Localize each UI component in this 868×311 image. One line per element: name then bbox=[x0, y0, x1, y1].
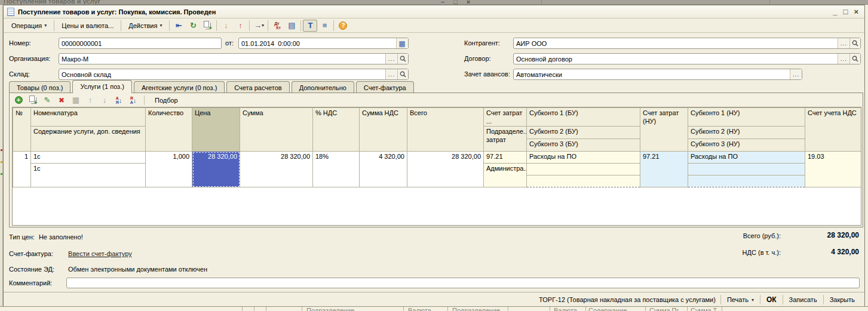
copy-document-button[interactable]: + bbox=[200, 20, 214, 32]
cell-service-content[interactable]: 1с bbox=[31, 164, 146, 187]
select-ellipsis-button[interactable]: ... bbox=[838, 54, 849, 64]
date-field[interactable]: ▦ bbox=[238, 38, 409, 49]
help-button[interactable]: ? bbox=[336, 20, 350, 32]
cell-vat-pct[interactable]: 18% bbox=[313, 152, 360, 187]
cell-vat-account[interactable]: 19.03 bbox=[805, 152, 862, 187]
col-header-cost-department[interactable]: Подразделе... затрат bbox=[484, 127, 527, 152]
copy-row-button[interactable]: + bbox=[27, 96, 38, 105]
show-postings-button[interactable]: Дт Кт bbox=[270, 20, 284, 32]
cell-nomenclature[interactable]: 1с bbox=[31, 152, 146, 164]
col-header-subconto1-nu[interactable]: Субконто 1 (НУ) bbox=[688, 108, 805, 127]
items-grid-container[interactable]: № Номенклатура Количество Цена Сумма % Н… bbox=[12, 107, 861, 226]
goto-button[interactable]: → ▾ bbox=[251, 20, 266, 32]
cell-cost-department[interactable]: Администра... bbox=[484, 164, 527, 187]
advance-field[interactable]: ... bbox=[513, 69, 802, 80]
sort-descending-button[interactable]: ЯА ↓ bbox=[128, 96, 139, 105]
col-header-subconto3-bu[interactable]: Субконто 3 (БУ) bbox=[527, 139, 640, 152]
select-ellipsis-button[interactable]: ... bbox=[385, 69, 397, 79]
actions-menu-button[interactable]: Действия ▾ bbox=[123, 20, 167, 32]
select-ellipsis-button[interactable]: ... bbox=[790, 69, 802, 79]
post-and-close-button[interactable]: ⇤ bbox=[171, 20, 186, 32]
cell-price-selected[interactable]: 28 320,00 bbox=[192, 152, 240, 187]
search-icon[interactable] bbox=[849, 54, 860, 64]
list-settings-button[interactable]: ≡ bbox=[317, 20, 332, 32]
number-field[interactable] bbox=[59, 38, 222, 49]
col-header-price[interactable]: Цена bbox=[192, 108, 240, 152]
cell-qty[interactable]: 1,000 bbox=[146, 152, 192, 187]
cell-subconto2-bu[interactable] bbox=[527, 164, 640, 175]
print-button[interactable]: Печать ▾ bbox=[721, 294, 760, 305]
search-icon[interactable] bbox=[397, 69, 408, 79]
add-row-button[interactable]: + bbox=[13, 96, 24, 105]
cell-cost-account-nu[interactable]: 97.21 bbox=[640, 152, 688, 187]
cell-subconto3-bu[interactable] bbox=[527, 175, 640, 187]
calendar-icon[interactable]: ▦ bbox=[396, 38, 408, 48]
tab-settlement-accounts[interactable]: Счета расчетов bbox=[226, 81, 289, 93]
close-button[interactable]: × bbox=[854, 8, 858, 16]
cell-subconto3-nu[interactable] bbox=[688, 175, 805, 187]
cell-num[interactable]: 1 bbox=[13, 152, 31, 187]
tab-agent-services[interactable]: Агентские услуги (0 поз.) bbox=[134, 81, 225, 93]
col-header-nomenclature[interactable]: Номенклатура bbox=[31, 108, 146, 127]
maximize-button[interactable]: □ bbox=[844, 8, 848, 16]
tab-services[interactable]: Услуги (1 поз.) bbox=[72, 80, 131, 93]
move-down-button[interactable]: ↓ bbox=[99, 96, 110, 105]
enter-invoice-link[interactable]: Ввести счет-фактуру bbox=[68, 250, 132, 257]
tab-goods[interactable]: Товары (0 поз.) bbox=[9, 81, 70, 93]
operation-menu-button[interactable]: Операция ▾ bbox=[6, 20, 52, 32]
repost-button[interactable]: ↻ bbox=[186, 20, 200, 32]
col-header-subconto3-nu[interactable]: Субконто 3 (НУ) bbox=[688, 139, 805, 152]
cell-total[interactable]: 28 320,00 bbox=[407, 152, 484, 187]
col-header-subconto1-bu[interactable]: Субконто 1 (БУ) bbox=[527, 108, 640, 127]
col-header-vat-sum[interactable]: Сумма НДС bbox=[360, 108, 407, 152]
warehouse-field[interactable]: ... bbox=[59, 69, 409, 80]
save-button[interactable]: Записать bbox=[783, 294, 823, 305]
postings-list-button[interactable]: ▤ bbox=[284, 20, 299, 32]
post-document-button[interactable]: ↓ bbox=[219, 20, 233, 32]
delete-row-button[interactable]: ✖ bbox=[56, 96, 67, 105]
sort-ascending-button[interactable]: АЯ ↓ bbox=[114, 96, 124, 105]
select-ellipsis-button[interactable]: ... bbox=[385, 54, 397, 64]
col-header-subconto2-bu[interactable]: Субконто 2 (БУ) bbox=[527, 127, 640, 139]
pick-button[interactable]: Подбор bbox=[150, 96, 183, 105]
col-header-cost-account-nu[interactable]: Счет затрат (НУ) bbox=[640, 108, 688, 152]
col-header-vat-account[interactable]: Счет учета НДС bbox=[805, 108, 862, 152]
contract-input[interactable] bbox=[514, 54, 838, 63]
col-header-cost-account[interactable]: Счет затрат ... bbox=[484, 108, 527, 127]
end-edit-button[interactable]: ▦ bbox=[70, 96, 81, 105]
prices-currency-button[interactable]: Цены и валюта... bbox=[56, 20, 119, 32]
unpost-document-button[interactable]: ↑ bbox=[233, 20, 247, 32]
date-input[interactable] bbox=[239, 39, 396, 48]
edit-row-button[interactable]: ✎ bbox=[42, 96, 53, 105]
select-ellipsis-button[interactable]: ... bbox=[838, 38, 849, 48]
document-structure-button[interactable]: Т bbox=[303, 20, 317, 32]
tab-additional[interactable]: Дополнительно bbox=[292, 81, 354, 93]
col-header-service-content[interactable]: Содержание услуги, доп. сведения bbox=[31, 127, 146, 152]
contractor-field[interactable]: ... bbox=[513, 38, 861, 49]
col-header-qty[interactable]: Количество bbox=[146, 108, 192, 152]
cell-sum[interactable]: 28 320,00 bbox=[240, 152, 313, 187]
cell-cost-account[interactable]: 97.21 bbox=[484, 152, 527, 164]
tab-invoice[interactable]: Счет-фактура bbox=[356, 81, 414, 93]
advance-input[interactable] bbox=[514, 70, 790, 79]
cell-vat-sum[interactable]: 4 320,00 bbox=[360, 152, 407, 187]
col-header-total[interactable]: Всего bbox=[407, 108, 484, 152]
cell-subconto2-nu[interactable] bbox=[688, 164, 805, 175]
number-input[interactable] bbox=[59, 39, 221, 48]
col-header-sum[interactable]: Сумма bbox=[240, 108, 313, 152]
comment-field[interactable] bbox=[66, 278, 860, 288]
search-icon[interactable] bbox=[849, 38, 860, 48]
search-icon[interactable] bbox=[397, 54, 408, 64]
col-header-num[interactable]: № bbox=[13, 108, 31, 152]
move-up-button[interactable]: ↑ bbox=[85, 96, 96, 105]
organization-field[interactable]: ... bbox=[59, 53, 409, 64]
col-header-subconto2-nu[interactable]: Субконто 2 (НУ) bbox=[688, 127, 805, 139]
organization-input[interactable] bbox=[59, 54, 385, 63]
minimize-button[interactable]: _ bbox=[833, 8, 837, 16]
col-header-vat-pct[interactable]: % НДС bbox=[313, 108, 360, 152]
contract-field[interactable]: ... bbox=[513, 53, 861, 64]
warehouse-input[interactable] bbox=[59, 70, 385, 79]
contractor-input[interactable] bbox=[514, 39, 838, 48]
cell-subconto1-bu[interactable]: Расходы на ПО bbox=[527, 152, 640, 164]
cell-subconto1-nu[interactable]: Расходы на ПО bbox=[688, 152, 805, 164]
